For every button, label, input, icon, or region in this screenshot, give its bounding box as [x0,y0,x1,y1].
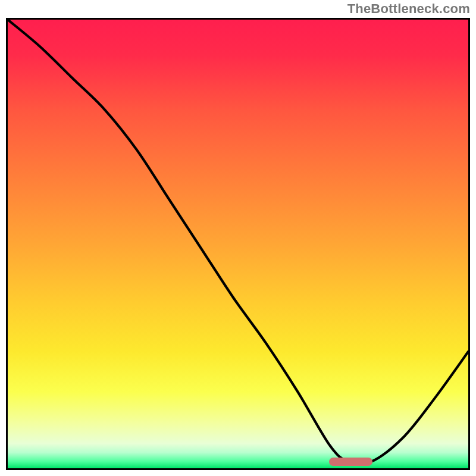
min-bottleneck-marker [329,458,373,466]
stage: TheBottleneck.com [0,0,476,476]
watermark-text: TheBottleneck.com [347,1,470,17]
plot-area [6,18,470,470]
bottleneck-curve [8,20,468,468]
